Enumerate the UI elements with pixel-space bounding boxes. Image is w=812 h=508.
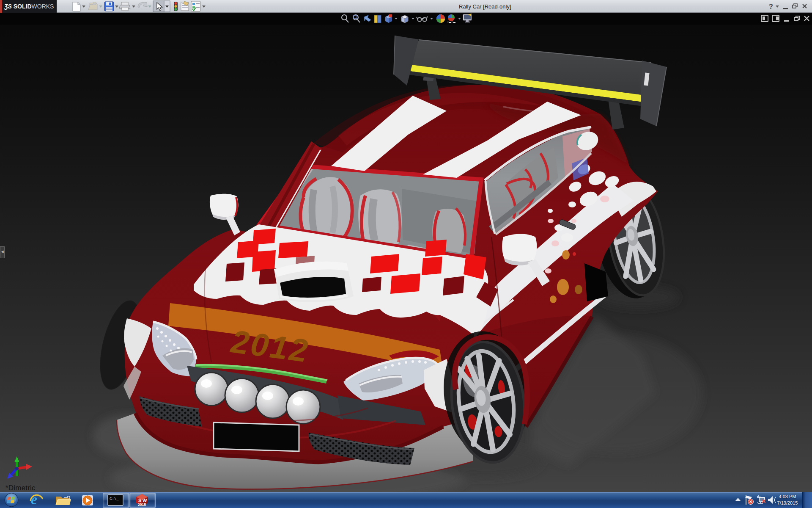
svg-text:2015: 2015 [138, 502, 146, 507]
svg-text:?: ? [769, 3, 773, 10]
svg-text:e: e [31, 492, 37, 507]
svg-text:C:\_: C:\_ [110, 497, 119, 501]
